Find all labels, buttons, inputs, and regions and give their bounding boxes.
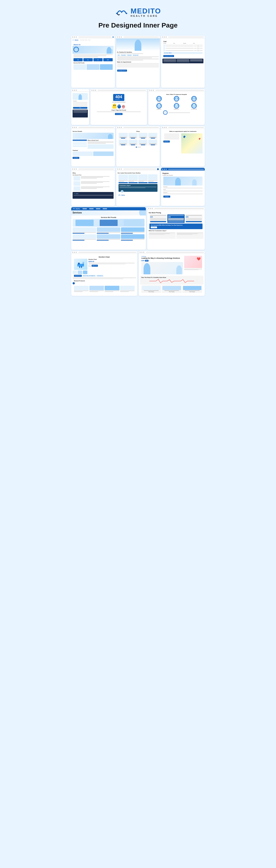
reg-username-input[interactable] [163,188,202,189]
footer-line-2-2 [177,62,189,62]
team-extra-line [168,112,190,113]
dentist-thumb-3[interactable] [83,271,87,274]
service-detail-card: Service Details What is Dental Care? [71,126,115,166]
appt-field-3[interactable] [117,66,159,67]
small-panel-btn[interactable]: Submit [73,107,87,109]
tab-education[interactable]: Education [127,54,132,56]
small-logo-text: Medito [75,39,78,41]
dentist-product-name: Dentist Chair [88,259,135,260]
cart-footer [162,59,203,63]
case-line-4-1 [148,180,158,181]
cardio-left: Cardiology Leading the Way in Lifesaving… [141,256,183,275]
tab-additional-info[interactable]: ADDITIONAL INFORMATION [82,275,96,277]
heart-svg-icon [196,257,201,261]
srv-img-block-3 [124,220,142,226]
avatar-1 [156,96,162,101]
cardio-right-line-1 [184,269,202,270]
dot-2[interactable] [138,147,139,148]
blog-content: Blog Our Recent Post [71,170,115,200]
map-field-3[interactable] [164,137,179,138]
team-member-3: Dr. Lawrence [186,96,202,102]
cart-qty-2[interactable] [197,48,199,49]
map-field-2[interactable] [164,135,179,136]
tab-description[interactable]: DESCRIPTION [74,275,82,277]
nav-home[interactable] [82,208,87,209]
cart-qty-3[interactable] [197,50,199,51]
cardio-hero: Cardiology Leading the Way in Lifesaving… [141,256,202,275]
dentist-product-info: Dentist Chair $299.00 Add to Cart [88,259,135,270]
dot-3[interactable] [139,147,140,148]
small-panel-field-3[interactable] [73,105,87,106]
srv-list-item-active[interactable] [73,140,87,141]
map-field-4[interactable] [164,138,179,140]
appt-field-2[interactable] [117,65,159,66]
nav-about[interactable] [89,208,94,209]
srv-list-item-5[interactable] [73,146,87,147]
footer-col-1 [163,60,176,62]
pricing-btn-premium[interactable] [186,221,202,222]
service-content: Service Details What is Dental Care? [71,129,115,160]
dentist-thumb-2[interactable] [78,271,82,274]
cta-btn[interactable]: Get Started [151,226,157,228]
team-member-6: Dr. Lawrence M. [186,103,202,110]
dentist-qty-input[interactable] [88,265,91,267]
case-btn-3[interactable] [138,182,148,183]
shop-item-7 [138,140,148,146]
case-line-4-2 [148,181,154,182]
appt-field-1[interactable] [117,63,159,64]
appt-submit-btn[interactable]: Book Appointment [117,70,127,72]
test-line-2 [149,234,170,234]
service-grid-img-3 [121,227,144,232]
tab-introduction[interactable]: Intro [117,54,120,56]
service-main-content: What is Dental Care? [88,140,114,149]
tab-membership[interactable]: Membership [133,54,139,56]
team-content: How I Work To Improve Hospital Dr. Pauli… [148,92,205,117]
service-grid-item-4 [73,234,96,241]
testimonial-line-1 [119,187,157,187]
srv-img-1 [74,64,86,70]
dentist-add-to-cart[interactable]: Add to Cart [92,265,98,267]
read-more-btn[interactable]: Read More [73,157,79,159]
cardio-title: Leading the Way in Lifesaving Cardiology… [141,257,183,259]
doc-silhouette-2 [176,266,182,274]
case-btn-4[interactable] [148,182,158,183]
nav-services[interactable] [96,208,100,209]
cart-qty-1[interactable] [197,45,199,46]
case-btn-1[interactable] [118,182,128,183]
srv-list-item-2[interactable] [73,141,87,142]
small-panel-field-2[interactable] [73,103,87,105]
nav-contact[interactable] [103,208,107,209]
srv-list-item-3[interactable] [73,143,87,144]
map-field-1[interactable] [164,133,179,135]
services-logo-nav: MediTec [73,208,80,210]
pricing-btn-standard[interactable] [168,221,184,222]
error-home-btn[interactable]: Go To Home [115,113,122,115]
reg-submit-btn[interactable]: Register [163,195,170,197]
tab-reviews[interactable]: REVIEWS (0) [96,275,104,277]
reg-password-input[interactable] [163,193,202,194]
case-item-3 [138,174,148,183]
pricing-btn-basic[interactable] [150,221,166,222]
case-btn-2[interactable] [128,182,138,183]
map-submit-btn[interactable]: Book Now [163,141,170,143]
stat-1-label: 100+ [77,59,79,60]
service-grid-line-1-2 [73,233,84,234]
dot-1[interactable] [136,147,137,148]
small-logo-icon [72,39,74,41]
reg-email-input[interactable] [163,190,202,191]
stat-3-label: 20+ [97,59,99,60]
footer-col-3 [190,60,202,62]
dentist-qty-row: Add to Cart [88,265,135,267]
tab-specialties[interactable]: Specialties [121,54,126,56]
small-panel-field-1[interactable] [73,102,87,103]
dentist-thumb-1[interactable] [73,271,77,274]
small-footer-line-3 [73,112,87,113]
cart-price-1 [194,45,197,46]
register-card: Register Create Your Account Username Em… [161,168,205,206]
cart-total-1 [200,45,202,46]
checkout-btn[interactable]: Proceed to Checkout [163,55,174,57]
col-product: Product [163,43,173,44]
case-img-3 [138,174,148,180]
srv-list-item-4[interactable] [73,144,87,146]
shop-item-price-8 [151,145,155,145]
